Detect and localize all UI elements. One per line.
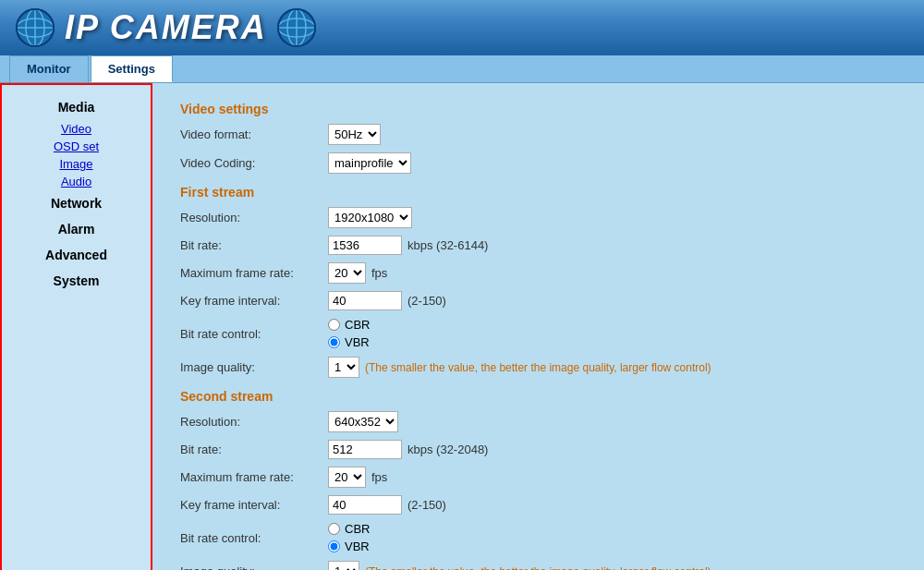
ss-maxfps-row: Maximum frame rate: 20 15 25 30 fps — [180, 467, 896, 488]
video-coding-row: Video Coding: mainprofile baseline high — [180, 152, 896, 174]
ss-resolution-row: Resolution: 640x352 320x240 160x120 — [180, 411, 896, 432]
ss-bitrate-ctrl-label: Bit rate control: — [180, 531, 328, 545]
fs-bitrate-unit: kbps (32-6144) — [407, 238, 488, 252]
ss-vbr-text: VBR — [345, 540, 370, 553]
first-stream-title: First stream — [180, 185, 896, 200]
fs-resolution-label: Resolution: — [180, 211, 328, 224]
ss-quality-label: Image quality: — [180, 564, 328, 570]
app-title: IP CAMERA — [65, 8, 267, 47]
fs-quality-hint: (The smaller the value, the better the i… — [365, 361, 711, 374]
fs-bitrate-ctrl-label: Bit rate control: — [180, 327, 328, 341]
fs-vbr-radio[interactable] — [328, 336, 340, 348]
ss-keyframe-unit: (2-150) — [407, 498, 446, 512]
sidebar-link-osdset[interactable]: OSD set — [2, 138, 151, 155]
fs-maxfps-row: Maximum frame rate: 20 15 25 30 fps — [180, 262, 896, 284]
ss-cbr-text: CBR — [345, 522, 370, 536]
sidebar: Media Video OSD set Image Audio Network … — [0, 83, 152, 570]
video-coding-label: Video Coding: — [180, 156, 328, 170]
sidebar-link-image[interactable]: Image — [2, 155, 151, 173]
fs-vbr-label[interactable]: VBR — [328, 335, 370, 349]
ss-cbr-radio[interactable] — [328, 523, 340, 535]
fs-cbr-text: CBR — [345, 318, 370, 332]
nav-tabs: Monitor Settings — [0, 55, 924, 83]
ss-keyframe-input[interactable] — [328, 495, 402, 515]
sidebar-section-advanced[interactable]: Advanced — [2, 242, 151, 268]
second-stream-title: Second stream — [180, 389, 896, 404]
header: IP CAMERA — [0, 0, 924, 55]
tab-settings[interactable]: Settings — [91, 55, 173, 82]
ss-keyframe-label: Key frame interval: — [180, 498, 328, 512]
sidebar-section-media: Media — [2, 94, 151, 120]
ss-bitrate-unit: kbps (32-2048) — [407, 443, 488, 456]
fs-quality-label: Image quality: — [180, 360, 328, 374]
sidebar-section-network: Network — [2, 190, 151, 216]
video-settings-title: Video settings — [180, 102, 896, 116]
video-format-select[interactable]: 50Hz 60Hz — [328, 124, 381, 145]
sidebar-section-alarm[interactable]: Alarm — [2, 216, 151, 242]
ss-bitrate-label: Bit rate: — [180, 443, 328, 456]
main-layout: Media Video OSD set Image Audio Network … — [0, 83, 924, 570]
fs-cbr-label[interactable]: CBR — [328, 318, 370, 332]
video-format-label: Video format: — [180, 127, 328, 141]
fs-keyframe-unit: (2-150) — [407, 294, 446, 308]
fs-keyframe-label: Key frame interval: — [180, 294, 328, 308]
fs-maxfps-unit: fps — [371, 266, 387, 280]
fs-resolution-select[interactable]: 1920x1080 1280x720 640x480 — [328, 207, 412, 228]
globe-icon-left — [15, 7, 55, 48]
fs-bitrate-ctrl-group: CBR VBR — [328, 318, 370, 349]
fs-keyframe-row: Key frame interval: (2-150) — [180, 291, 896, 310]
ss-maxfps-select[interactable]: 20 15 25 30 — [328, 467, 366, 488]
sidebar-link-audio[interactable]: Audio — [2, 173, 151, 190]
fs-resolution-row: Resolution: 1920x1080 1280x720 640x480 — [180, 207, 896, 228]
ss-cbr-label[interactable]: CBR — [328, 522, 370, 536]
ss-quality-hint: (The smaller the value, the better the i… — [365, 565, 711, 571]
fs-cbr-radio[interactable] — [328, 319, 340, 331]
ss-vbr-radio[interactable] — [328, 540, 340, 552]
ss-quality-row: Image quality: 1 2 3 4 5 (The smaller th… — [180, 561, 896, 570]
video-coding-select[interactable]: mainprofile baseline high — [328, 152, 411, 174]
ss-bitrate-ctrl-row: Bit rate control: CBR VBR — [180, 522, 896, 553]
ss-maxfps-label: Maximum frame rate: — [180, 470, 328, 484]
content-area: Video settings Video format: 50Hz 60Hz V… — [152, 83, 924, 570]
fs-maxfps-select[interactable]: 20 15 25 30 — [328, 262, 366, 284]
fs-quality-row: Image quality: 1 2 3 4 5 (The smaller th… — [180, 357, 896, 378]
ss-vbr-label[interactable]: VBR — [328, 540, 370, 553]
ss-quality-select[interactable]: 1 2 3 4 5 — [328, 561, 359, 570]
fs-keyframe-input[interactable] — [328, 291, 402, 310]
fs-bitrate-input[interactable] — [328, 236, 402, 255]
ss-bitrate-row: Bit rate: kbps (32-2048) — [180, 440, 896, 459]
fs-bitrate-ctrl-row: Bit rate control: CBR VBR — [180, 318, 896, 349]
fs-vbr-text: VBR — [345, 335, 370, 349]
fs-maxfps-label: Maximum frame rate: — [180, 266, 328, 280]
ss-keyframe-row: Key frame interval: (2-150) — [180, 495, 896, 515]
ss-resolution-select[interactable]: 640x352 320x240 160x120 — [328, 411, 398, 432]
globe-icon-right — [276, 7, 317, 48]
ss-resolution-label: Resolution: — [180, 415, 328, 429]
fs-quality-select[interactable]: 1 2 3 4 5 — [328, 357, 359, 378]
fs-bitrate-row: Bit rate: kbps (32-6144) — [180, 236, 896, 255]
ss-bitrate-input[interactable] — [328, 440, 402, 459]
ss-bitrate-ctrl-group: CBR VBR — [328, 522, 370, 553]
sidebar-section-system[interactable]: System — [2, 268, 151, 294]
video-format-row: Video format: 50Hz 60Hz — [180, 124, 896, 145]
tab-monitor[interactable]: Monitor — [9, 55, 89, 82]
sidebar-link-video[interactable]: Video — [2, 120, 151, 138]
fs-bitrate-label: Bit rate: — [180, 238, 328, 252]
ss-maxfps-unit: fps — [371, 470, 387, 484]
